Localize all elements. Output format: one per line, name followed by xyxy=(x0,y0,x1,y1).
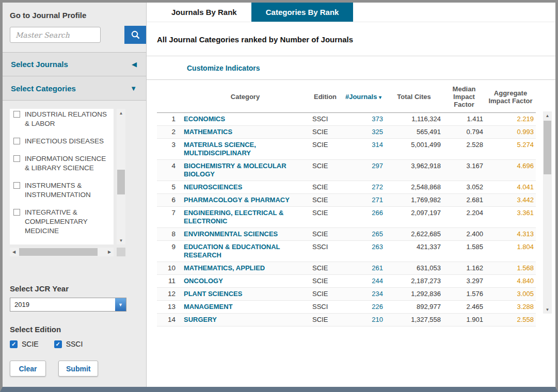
rank-cell: 12 xyxy=(157,288,182,301)
edition-cell: SSCI xyxy=(309,113,342,126)
journal-count-link[interactable]: 244 xyxy=(372,277,383,285)
total-cites-cell: 1,327,558 xyxy=(385,314,443,326)
edition-cell: SCIE xyxy=(309,288,342,301)
aggregate-if-cell: 2.558 xyxy=(485,314,536,326)
category-link[interactable]: MATHEMATICS xyxy=(184,128,307,136)
category-list-horizontal-scrollbar[interactable]: ◀ ▶ xyxy=(10,248,114,256)
rank-cell: 13 xyxy=(157,301,182,314)
category-link[interactable]: BIOCHEMISTRY & MOLECULAR BIOLOGY xyxy=(184,162,307,178)
select-categories-label: Select Categories xyxy=(11,84,76,93)
sidebar: Go to Journal Profile Select Journals ◀ … xyxy=(3,3,147,387)
category-option-label: INDUSTRIAL RELATIONS & LABOR xyxy=(25,110,111,128)
edition-cell: SCIE xyxy=(309,275,342,288)
journals-sort-header[interactable]: #Journals ▾ xyxy=(342,80,385,113)
journal-count-link[interactable]: 297 xyxy=(372,162,383,170)
search-button[interactable] xyxy=(124,26,146,44)
scroll-down-icon[interactable]: ▼ xyxy=(117,236,125,244)
category-link[interactable]: MATERIALS SCIENCE, MULTIDISCIPLINARY xyxy=(184,141,307,157)
table-vertical-scrollbar[interactable]: ▲ ▼ xyxy=(543,111,552,314)
scroll-left-icon[interactable]: ◀ xyxy=(10,248,18,256)
title-row: All Journal Categories ranked by Number … xyxy=(147,22,555,56)
journal-count-link[interactable]: 373 xyxy=(372,115,383,123)
category-link[interactable]: ONCOLOGY xyxy=(184,277,307,285)
collapsed-left-arrow-icon: ◀ xyxy=(132,60,137,68)
total-cites-cell: 2,187,273 xyxy=(385,275,443,288)
journal-count-link[interactable]: 314 xyxy=(372,141,383,149)
category-link[interactable]: ECONOMICS xyxy=(184,115,307,123)
table-row: 6 PHARMACOLOGY & PHARMACY SCIE 271 1,769… xyxy=(157,194,536,207)
scroll-up-icon[interactable]: ▲ xyxy=(543,111,552,120)
edition-cell: SCIE xyxy=(309,314,342,326)
category-checkbox[interactable] xyxy=(13,111,20,118)
clear-button[interactable]: Clear xyxy=(10,361,46,377)
scrollbar-thumb[interactable] xyxy=(19,248,98,256)
rank-cell: 4 xyxy=(157,160,182,181)
journal-count-link[interactable]: 261 xyxy=(372,264,383,272)
median-if-cell: 1.162 xyxy=(443,262,485,275)
scroll-right-icon[interactable]: ▶ xyxy=(105,248,114,256)
master-search-input[interactable] xyxy=(10,27,101,43)
jcr-year-heading: Select JCR Year xyxy=(10,284,139,293)
dropdown-arrow-icon: ▼ xyxy=(115,298,126,311)
category-checkbox[interactable] xyxy=(13,155,20,162)
category-link[interactable]: ENVIRONMENTAL SCIENCES xyxy=(184,230,307,238)
journal-count-link[interactable]: 234 xyxy=(372,290,383,298)
category-checkbox[interactable] xyxy=(13,209,20,216)
total-cites-cell: 1,116,324 xyxy=(385,113,443,126)
edition-cell: SSCI xyxy=(309,241,342,262)
total-cites-cell: 5,001,499 xyxy=(385,139,443,160)
journal-count-link[interactable]: 272 xyxy=(372,183,383,191)
category-link[interactable]: ENGINEERING, ELECTRICAL & ELECTRONIC xyxy=(184,209,307,225)
edition-option[interactable]: SSCI xyxy=(54,340,83,348)
submit-button[interactable]: Submit xyxy=(58,361,98,377)
total-cites-cell: 2,097,197 xyxy=(385,207,443,228)
category-checkbox[interactable] xyxy=(13,182,20,189)
edition-checkbox[interactable] xyxy=(54,340,62,348)
tab-journals-by-rank[interactable]: Journals By Rank xyxy=(157,3,251,22)
median-if-cell: 1.576 xyxy=(443,288,485,301)
tab-categories-by-rank[interactable]: Categories By Rank xyxy=(251,3,354,22)
journal-count-link[interactable]: 266 xyxy=(372,209,383,217)
rank-header xyxy=(157,80,182,113)
median-if-cell: 2.528 xyxy=(443,139,485,160)
master-search-row xyxy=(3,26,146,44)
select-journals-section[interactable]: Select Journals ◀ xyxy=(3,52,146,76)
category-checkbox[interactable] xyxy=(13,138,20,144)
edition-cell: SCIE xyxy=(309,207,342,228)
table-row: 3 MATERIALS SCIENCE, MULTIDISCIPLINARY S… xyxy=(157,139,536,160)
median-if-cell: 2.204 xyxy=(443,207,485,228)
search-icon xyxy=(131,30,140,40)
category-option-label: INSTRUMENTS & INSTRUMENTATION xyxy=(25,181,111,200)
categories-table: Category Edition #Journals ▾ Total Cites… xyxy=(157,80,536,326)
edition-option[interactable]: SCIE xyxy=(10,340,39,348)
total-cites-cell: 2,548,868 xyxy=(385,181,443,194)
scrollbar-thumb[interactable] xyxy=(117,170,125,194)
scroll-down-icon[interactable]: ▼ xyxy=(543,305,552,314)
journal-count-link[interactable]: 325 xyxy=(372,128,383,136)
table-row: 14 SURGERY SCIE 210 1,327,558 1.901 2.55… xyxy=(157,314,536,326)
tab-label: Categories By Rank xyxy=(266,8,339,17)
category-link[interactable]: SURGERY xyxy=(184,316,307,324)
scroll-up-icon[interactable]: ▲ xyxy=(117,109,125,117)
category-listbox: INDUSTRIAL RELATIONS & LABOR INFECTIOUS … xyxy=(10,109,114,244)
table-header-row: Category Edition #Journals ▾ Total Cites… xyxy=(157,80,536,113)
journal-count-link[interactable]: 226 xyxy=(372,303,383,311)
select-categories-section[interactable]: Select Categories ▼ xyxy=(3,76,146,101)
customize-indicators-link[interactable]: Customize Indicators xyxy=(187,64,260,72)
journal-count-link[interactable]: 210 xyxy=(372,316,383,323)
aggregate-if-cell: 0.993 xyxy=(485,126,536,139)
rank-cell: 1 xyxy=(157,113,182,126)
category-link[interactable]: NEUROSCIENCES xyxy=(184,183,307,191)
category-link[interactable]: PLANT SCIENCES xyxy=(184,290,307,298)
category-link[interactable]: EDUCATION & EDUCATIONAL RESEARCH xyxy=(184,243,307,259)
category-link[interactable]: MATHEMATICS, APPLIED xyxy=(184,264,307,272)
category-link[interactable]: PHARMACOLOGY & PHARMACY xyxy=(184,196,307,204)
edition-checkbox[interactable] xyxy=(10,340,18,348)
category-link[interactable]: MANAGEMENT xyxy=(184,303,307,311)
journal-count-link[interactable]: 263 xyxy=(372,243,383,251)
category-list-vertical-scrollbar[interactable]: ▲ ▼ xyxy=(117,109,125,244)
journal-count-link[interactable]: 265 xyxy=(372,230,383,238)
journal-count-link[interactable]: 271 xyxy=(372,196,383,204)
scrollbar-thumb[interactable] xyxy=(544,121,551,174)
jcr-year-select[interactable]: 2019 ▼ xyxy=(10,298,126,312)
